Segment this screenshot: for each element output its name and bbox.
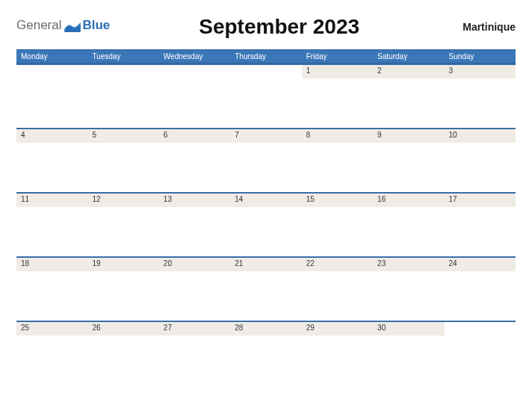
day-cell: 3 <box>445 65 516 78</box>
calendar-grid: Monday Tuesday Wednesday Thursday Friday… <box>16 49 516 385</box>
day-cell: 13 <box>159 194 230 207</box>
day-header: Tuesday <box>87 50 158 63</box>
day-header: Friday <box>302 50 373 63</box>
day-cell <box>159 65 230 78</box>
day-cell: 10 <box>445 129 516 143</box>
day-cell: 22 <box>302 258 373 271</box>
week-row: 45678910 <box>16 128 516 192</box>
calendar-title: September 2023 <box>110 13 448 39</box>
brand-logo: General Blue <box>16 13 110 33</box>
day-cell: 25 <box>16 322 87 336</box>
day-cell: 29 <box>302 322 373 336</box>
day-header: Sunday <box>445 50 516 63</box>
week-body <box>16 207 516 256</box>
week-row: 18192021222324 <box>16 256 516 321</box>
week-body <box>16 78 516 128</box>
week-row: 123 <box>16 64 516 128</box>
week-body <box>16 271 516 321</box>
day-cell: 11 <box>16 194 87 207</box>
day-cell <box>87 65 158 78</box>
day-cell: 14 <box>230 194 301 207</box>
day-cell <box>445 322 516 336</box>
day-cell: 24 <box>445 258 516 271</box>
day-cell <box>230 65 301 78</box>
brand-text-blue: Blue <box>82 18 110 33</box>
day-header: Saturday <box>373 50 444 63</box>
day-cell: 20 <box>159 258 230 271</box>
day-header: Thursday <box>230 50 301 63</box>
day-header-row: Monday Tuesday Wednesday Thursday Friday… <box>16 49 516 64</box>
week-body <box>16 336 516 385</box>
day-cell <box>16 65 87 78</box>
week-row: 11121314151617 <box>16 192 516 256</box>
day-cell: 15 <box>302 194 373 207</box>
region-label: Martinique <box>448 13 516 33</box>
day-cell: 26 <box>87 322 158 336</box>
day-cell: 1 <box>302 65 373 78</box>
calendar-header: General Blue September 2023 Martinique <box>16 13 516 39</box>
day-cell: 30 <box>373 322 444 336</box>
day-cell: 6 <box>159 129 230 143</box>
day-cell: 27 <box>159 322 230 336</box>
day-cell: 23 <box>373 258 444 271</box>
day-cell: 4 <box>16 129 87 143</box>
day-cell: 8 <box>302 129 373 143</box>
day-cell: 2 <box>373 65 444 78</box>
day-header: Monday <box>16 50 87 63</box>
day-cell: 19 <box>87 258 158 271</box>
day-header: Wednesday <box>159 50 230 63</box>
day-cell: 7 <box>230 129 301 143</box>
week-row: 252627282930 <box>16 321 516 385</box>
wave-icon <box>64 19 81 32</box>
day-cell: 9 <box>373 129 444 143</box>
week-body <box>16 143 516 192</box>
day-cell: 17 <box>445 194 516 207</box>
day-cell: 28 <box>230 322 301 336</box>
day-cell: 5 <box>87 129 158 143</box>
brand-text-general: General <box>16 18 61 33</box>
day-cell: 16 <box>373 194 444 207</box>
day-cell: 21 <box>230 258 301 271</box>
day-cell: 18 <box>16 258 87 271</box>
day-cell: 12 <box>87 194 158 207</box>
